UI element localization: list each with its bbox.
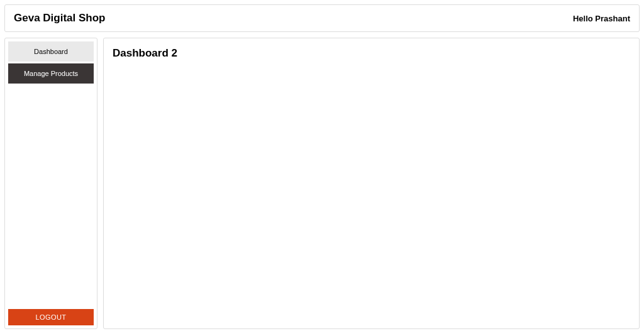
user-greeting: Hello Prashant (573, 14, 630, 23)
logout-button[interactable]: LOGOUT (8, 309, 94, 325)
sidebar: Dashboard Manage Products LOGOUT (4, 38, 97, 329)
sidebar-item-manage-products[interactable]: Manage Products (8, 63, 94, 84)
sidebar-item-dashboard[interactable]: Dashboard (8, 41, 94, 62)
app-title: Geva Digital Shop (14, 12, 105, 24)
sidebar-item-label: Manage Products (24, 70, 78, 77)
main-content: Dashboard 2 (103, 38, 640, 329)
logout-button-label: LOGOUT (36, 313, 67, 321)
sidebar-item-label: Dashboard (34, 48, 68, 55)
sidebar-nav: Dashboard Manage Products (8, 41, 94, 309)
page-title: Dashboard 2 (113, 47, 630, 60)
header: Geva Digital Shop Hello Prashant (4, 4, 640, 32)
body-layout: Dashboard Manage Products LOGOUT Dashboa… (4, 38, 640, 329)
